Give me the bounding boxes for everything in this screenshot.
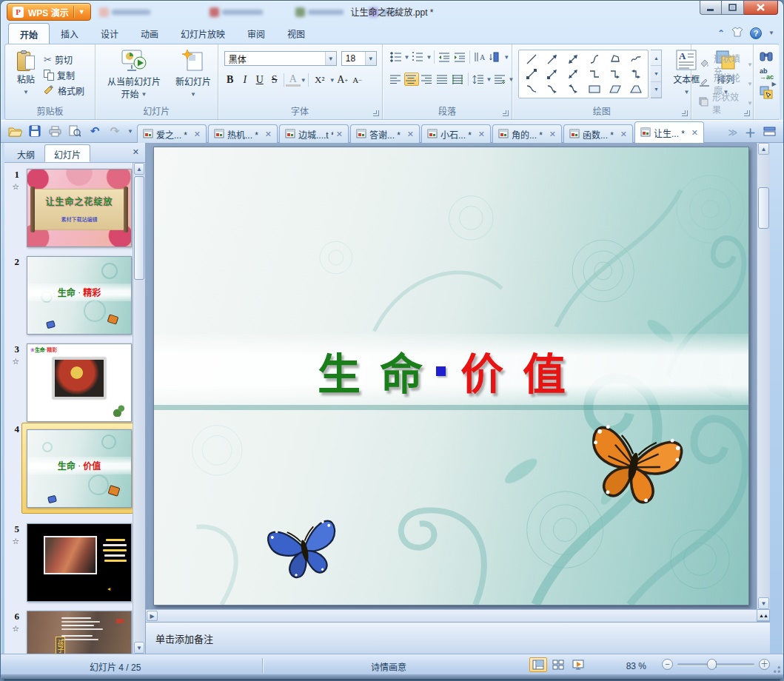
drawing-dialog-launcher[interactable] [682,110,688,116]
shape-dialog-launcher[interactable] [744,110,750,116]
paste-button[interactable]: 粘贴 ▼ [11,50,41,98]
close-tab-icon[interactable]: ✕ [691,128,698,138]
text-direction-button[interactable]: A [472,50,487,64]
new-slide-button[interactable]: 新幻灯片 ▼ [171,49,215,100]
curved-connector-shape-icon[interactable] [520,81,541,96]
curved-double-arrow-shape-icon[interactable] [563,81,583,96]
zoom-in-button[interactable]: ＋ [759,659,770,670]
underline-button[interactable]: U [252,73,267,87]
strikethrough-button[interactable]: S [267,73,282,87]
scroll-up-icon[interactable]: ▲ [758,143,769,155]
font-size-select[interactable]: 18 ▼ [341,51,377,66]
line-shape-icon[interactable] [520,52,541,67]
font-name-select[interactable]: 黑体 ▼ [224,51,337,66]
elbow-double-arrow-shape-icon[interactable] [626,67,646,81]
copy-button[interactable]: 复制 [44,67,84,83]
decrease-font-button[interactable]: A− [350,73,365,87]
slide-thumbnail-6[interactable]: 孩子 [27,611,132,654]
outline-tab[interactable]: 大纲 [7,144,44,162]
tab-home[interactable]: 开始 [8,23,50,44]
double-arrow-shape-icon[interactable] [563,52,583,67]
align-left-button[interactable] [389,73,403,86]
document-tab[interactable]: 角的... *✕ [492,124,562,144]
slide-title[interactable]: 生命 价值 [154,337,748,405]
horizontal-scrollbar[interactable]: ◀ ▶ [146,609,757,622]
tab-review[interactable]: 审阅 [236,23,276,44]
document-tab[interactable]: 边城....t *✕ [279,124,349,144]
slide-thumbnail-4[interactable]: 生命 · 价值 [27,429,132,508]
new-document-tab-icon[interactable]: ＋ [745,124,756,140]
tab-animation[interactable]: 动画 [130,23,170,44]
arrow-endpoints-shape-icon[interactable] [542,67,563,81]
current-slide[interactable]: 生命 价值 [153,147,749,605]
rectangle-shape-icon[interactable] [583,81,604,96]
align-center-button[interactable] [404,73,419,86]
align-right-button[interactable] [420,73,435,86]
notes-pane[interactable]: 单击添加备注 [146,622,770,654]
elbow-connector-shape-icon[interactable] [583,67,604,81]
scroll-up-icon[interactable]: ▲ [134,163,144,175]
parallelogram-shape-icon[interactable] [605,81,626,96]
resize-grip[interactable] [774,666,780,673]
zoom-slider-track[interactable] [677,663,754,665]
font-color-button[interactable]: A [286,74,301,87]
chevron-down-icon[interactable]: ▼ [404,54,410,61]
close-tab-icon[interactable]: ✕ [620,130,627,139]
distribute-button[interactable] [451,73,466,86]
document-tab[interactable]: 答谢... *✕ [350,124,420,144]
slide-sorter-view-button[interactable] [549,657,567,672]
close-tab-icon[interactable]: ✕ [265,130,272,139]
italic-button[interactable]: I [238,73,252,87]
scroll-up-icon[interactable]: ▲ [651,50,661,66]
tab-slideshow[interactable]: 幻灯片放映 [170,23,236,44]
window-layout-icon[interactable] [763,127,776,138]
scribble-shape-icon[interactable] [626,52,646,67]
document-tab[interactable]: 小石... *✕ [421,124,491,144]
tab-design[interactable]: 设计 [90,23,130,44]
scroll-tabs-right-icon[interactable]: ≫ [728,127,737,138]
close-tab-icon[interactable]: ✕ [194,130,201,139]
slideshow-view-button[interactable] [569,657,587,672]
close-panel-icon[interactable]: ✕ [133,147,139,157]
print-icon[interactable] [47,124,62,138]
chevron-down-icon[interactable]: ▼ [329,77,335,84]
document-tab[interactable]: 函数... *✕ [563,124,633,144]
freeform-shape-icon[interactable] [605,52,626,67]
document-tab[interactable]: 热机... *✕ [208,124,278,144]
zoom-slider-thumb[interactable] [707,659,717,670]
curve-shape-icon[interactable] [583,52,604,67]
chevron-down-icon[interactable]: ▼ [486,76,492,83]
chevron-down-icon[interactable]: ▼ [768,30,774,36]
close-tab-icon[interactable]: ✕ [407,130,414,139]
cut-button[interactable]: ✂ 剪切 [44,52,84,67]
find-button[interactable] [760,50,773,64]
more-shapes-icon[interactable]: ▼ [651,82,661,98]
font-dialog-launcher[interactable] [373,110,379,116]
elbow-arrow-shape-icon[interactable] [605,67,626,81]
format-painter-button[interactable]: 格式刷 [44,83,84,98]
curved-arrow-shape-icon[interactable] [542,81,563,96]
minimize-button[interactable] [700,1,722,15]
redo-icon[interactable]: ↷ [107,124,122,138]
wps-app-menu-button[interactable]: P WPS 演示 ▼ [7,3,91,21]
slide-thumbnail-5[interactable]: ◂ [27,523,132,602]
superscript-button[interactable]: X² [310,73,329,87]
paragraph-dialog-launcher[interactable] [503,110,509,116]
undo-icon[interactable]: ↶ [87,124,102,138]
close-button[interactable] [744,1,778,15]
previous-slide-button[interactable]: ▲▲ [757,609,770,621]
toolbar-options-icon[interactable]: ▼ [127,128,133,135]
tab-insert[interactable]: 插入 [50,23,90,44]
slide-thumbnail-1[interactable]: 让生命之花绽放 素材下载站编辑 [27,169,132,247]
help-icon[interactable]: ? [750,27,762,39]
bullet-list-button[interactable] [389,50,403,64]
paragraph-spacing-button[interactable] [492,73,507,86]
tab-view[interactable]: 视图 [276,23,316,44]
chevron-down-icon[interactable]: ▼ [503,54,509,61]
open-icon[interactable] [7,124,22,138]
zoom-out-button[interactable]: − [662,659,673,670]
close-tab-icon[interactable]: ✕ [336,130,343,139]
ribbon-expand-arrow[interactable]: ▶ [771,76,777,92]
line-endpoints-shape-icon[interactable] [520,67,541,81]
slide-thumbnail-3[interactable]: ❀生命·精彩 [27,343,132,422]
